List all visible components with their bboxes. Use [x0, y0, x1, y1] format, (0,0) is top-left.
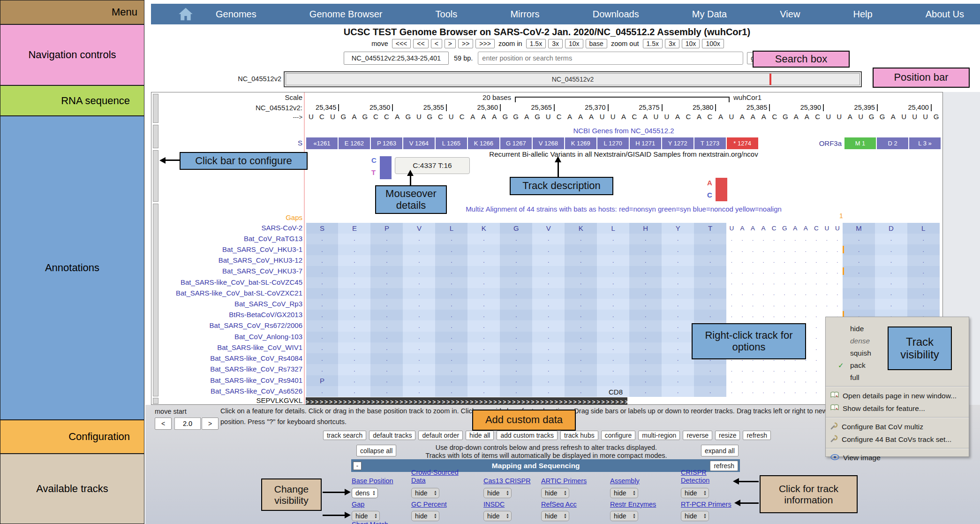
alignment-cell[interactable]: .: [467, 310, 500, 320]
track-link-restr-enzymes[interactable]: Restr Enzymes: [610, 501, 656, 509]
alignment-cell[interactable]: .: [435, 332, 467, 342]
alignment-cell[interactable]: .: [843, 288, 875, 299]
alignment-nt-cell[interactable]: .: [790, 310, 800, 320]
alignment-nt-cell[interactable]: .: [800, 364, 811, 375]
alignment-cell[interactable]: .: [694, 310, 726, 320]
zoom-in-button[interactable]: 1.5x: [526, 39, 546, 48]
nav-item-genome-browser[interactable]: Genome Browser: [309, 9, 383, 20]
alignment-cell[interactable]: .: [403, 277, 435, 288]
alignment-cell[interactable]: .: [875, 288, 907, 299]
alignment-cell[interactable]: .: [532, 310, 565, 320]
alignment-nt-cell[interactable]: .: [779, 277, 790, 288]
move-start-forward-button[interactable]: >: [202, 418, 219, 430]
alignment-cell[interactable]: .: [467, 277, 500, 288]
alignment-cell[interactable]: .: [500, 234, 532, 244]
nav-item-view[interactable]: View: [780, 9, 800, 20]
strain-label-bat-sars-like-cov-wiv1[interactable]: Bat_SARS-like_CoV_WIV1: [155, 343, 302, 351]
track-visibility-select-restr-enzymes[interactable]: hide▲▼: [610, 511, 638, 521]
alignment-nt-cell[interactable]: .: [811, 299, 822, 310]
alignment-cell[interactable]: .: [403, 342, 435, 353]
track-visibility-select-gap[interactable]: hide▲▼: [352, 511, 380, 521]
alignment-cell[interactable]: .: [370, 364, 403, 375]
alignment-cell[interactable]: .: [875, 277, 907, 288]
alignment-nt-cell[interactable]: .: [800, 234, 811, 244]
alignment-cell[interactable]: .: [662, 375, 694, 386]
alignment-nt-cell[interactable]: .: [800, 277, 811, 288]
alignment-cell[interactable]: K: [467, 223, 500, 234]
alignment-cell[interactable]: .: [435, 364, 467, 375]
alignment-cell[interactable]: .: [532, 375, 565, 386]
alignment-nt-cell[interactable]: .: [790, 277, 800, 288]
alignment-nt-cell[interactable]: .: [832, 288, 843, 299]
alignment-cell[interactable]: .: [662, 299, 694, 310]
nav-item-help[interactable]: Help: [853, 9, 872, 20]
alignment-cell[interactable]: .: [565, 364, 597, 375]
alignment-cell[interactable]: L: [907, 223, 940, 234]
move-button[interactable]: <<: [413, 39, 428, 48]
alignment-cell[interactable]: .: [338, 386, 370, 397]
alignment-cell[interactable]: .: [370, 310, 403, 320]
alignment-nt-cell[interactable]: .: [758, 299, 769, 310]
alignment-nt-cell[interactable]: .: [769, 299, 779, 310]
group-collapse-button[interactable]: -: [353, 462, 362, 470]
alignment-cell[interactable]: .: [662, 234, 694, 244]
alignment-cell[interactable]: .: [338, 353, 370, 364]
alignment-cell[interactable]: .: [370, 386, 403, 397]
alignment-cell[interactable]: .: [662, 277, 694, 288]
codon-box-orf3a-2[interactable]: D 2: [877, 137, 908, 149]
alignment-nt-cell[interactable]: .: [769, 255, 779, 266]
alignment-nt-cell[interactable]: .: [811, 375, 822, 386]
alignment-cell[interactable]: .: [629, 342, 662, 353]
alignment-cell[interactable]: .: [306, 342, 339, 353]
alignment-nt-cell[interactable]: .: [811, 277, 822, 288]
alignment-cell[interactable]: .: [532, 332, 565, 342]
alignment-cell[interactable]: .: [597, 375, 629, 386]
alignment-nt-cell[interactable]: .: [737, 266, 748, 277]
strain-label-btrs-betacov-gx2013[interactable]: BtRs-BetaCoV/GX2013: [155, 311, 302, 319]
alignment-nt-cell[interactable]: .: [758, 375, 769, 386]
alignment-cell[interactable]: L: [597, 223, 629, 234]
codon-box-1263[interactable]: P 1263: [371, 137, 402, 149]
alignment-nt-cell[interactable]: .: [726, 277, 737, 288]
alignment-cell[interactable]: .: [629, 255, 662, 266]
track-link-short-match[interactable]: Short Match: [352, 521, 388, 524]
alignment-nt-cell[interactable]: .: [747, 288, 758, 299]
alignment-nt-cell[interactable]: .: [769, 266, 779, 277]
alignment-cell[interactable]: D: [875, 223, 907, 234]
alignment-nt-cell[interactable]: .: [747, 364, 758, 375]
alignment-cell[interactable]: .: [694, 375, 726, 386]
alignment-cell[interactable]: .: [435, 299, 467, 310]
codon-box-1271[interactable]: H 1271: [630, 137, 661, 149]
alignment-cell[interactable]: .: [467, 266, 500, 277]
alignment-nt-cell[interactable]: .: [790, 266, 800, 277]
alignment-cell[interactable]: .: [306, 320, 339, 331]
alignment-cell[interactable]: .: [403, 244, 435, 255]
alignment-nt-cell[interactable]: A: [737, 223, 748, 234]
track-link-rt-pcr-primers[interactable]: RT-PCR Primers: [681, 501, 731, 509]
alignment-nt-cell[interactable]: .: [822, 266, 832, 277]
alignment-cell[interactable]: .: [907, 244, 940, 255]
alignment-cell[interactable]: .: [565, 266, 597, 277]
alignment-cell[interactable]: .: [875, 244, 907, 255]
strain-label-bat-sars-like-cov-bat-sl-covzc45[interactable]: Bat_SARS-like_CoV_bat-SL-CoVZC45: [155, 278, 302, 286]
alignment-cell[interactable]: .: [662, 342, 694, 353]
track-visibility-select-refseq-acc[interactable]: hide▲▼: [541, 511, 569, 521]
alignment-cell[interactable]: .: [532, 386, 565, 397]
multi-region-button[interactable]: multi-region: [638, 431, 680, 440]
zoom-out-button[interactable]: 1.5x: [643, 39, 663, 48]
alignment-nt-cell[interactable]: .: [737, 299, 748, 310]
alignment-cell[interactable]: .: [500, 364, 532, 375]
alignment-cell[interactable]: .: [629, 288, 662, 299]
move-start-value-input[interactable]: [174, 418, 201, 430]
alignment-nt-cell[interactable]: .: [758, 310, 769, 320]
add-custom-tracks-button[interactable]: add custom tracks: [497, 431, 558, 440]
alignment-cell[interactable]: .: [435, 234, 467, 244]
track-visibility-select-artic-primers[interactable]: hide▲▼: [541, 488, 569, 498]
move-button[interactable]: <<<: [392, 39, 411, 48]
default-order-button[interactable]: default order: [418, 431, 463, 440]
alignment-cell[interactable]: S: [306, 223, 339, 234]
configure-button[interactable]: configure: [601, 431, 636, 440]
alignment-nt-cell[interactable]: .: [737, 255, 748, 266]
alignment-cell[interactable]: .: [338, 375, 370, 386]
alignment-cell[interactable]: .: [694, 266, 726, 277]
